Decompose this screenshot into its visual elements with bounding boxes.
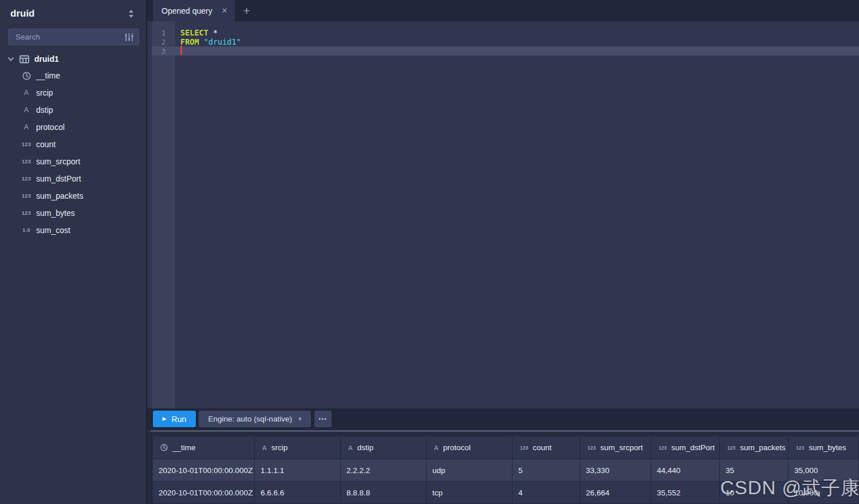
code-text xyxy=(175,46,182,56)
filter-sliders-icon xyxy=(124,33,134,42)
column-header-sum-srcport[interactable]: 123 sum_srcport xyxy=(580,436,651,459)
number-type-icon: 123 xyxy=(588,445,596,451)
sidebar-item-column-sum-cost[interactable]: 1.0 sum_cost xyxy=(0,222,146,239)
column-header-count[interactable]: 123 count xyxy=(513,436,580,459)
datasource-name: druid1 xyxy=(34,54,59,64)
column-label: count xyxy=(36,140,56,149)
sql-keyword: SELECT xyxy=(180,28,208,37)
run-toolbar: ▶ Run Engine: auto (sql-native) ▾ ••• xyxy=(147,408,859,430)
table-cell[interactable]: 6.6.6.6 xyxy=(255,482,341,504)
string-type-icon: A xyxy=(21,123,31,131)
search-input[interactable] xyxy=(8,29,139,45)
number-type-icon: 123 xyxy=(21,210,31,216)
sidebar-item-column-sum-packets[interactable]: 123 sum_packets xyxy=(0,187,146,204)
table-cell[interactable]: 5 xyxy=(513,459,580,482)
column-label: sum_srcport xyxy=(36,157,80,166)
sql-string: "druid1" xyxy=(199,37,241,46)
double-caret-vertical-icon xyxy=(127,9,135,18)
engine-label: Engine: auto (sql-native) xyxy=(208,415,292,423)
sort-order-button[interactable] xyxy=(124,7,138,21)
column-header-label: sum_srcport xyxy=(600,443,643,452)
column-label: dstip xyxy=(36,105,53,115)
editor-gutter xyxy=(152,21,175,408)
column-header-sum-bytes[interactable]: 123 sum_bytes xyxy=(789,436,859,459)
number-type-icon: 123 xyxy=(520,445,528,451)
engine-select-button[interactable]: Engine: auto (sql-native) ▾ xyxy=(199,411,311,427)
plus-icon: + xyxy=(243,4,250,18)
sidebar-item-column-sum-srcport[interactable]: 123 sum_srcport xyxy=(0,153,146,170)
editor-line-2: 2 FROM "druid1" xyxy=(152,37,859,46)
table-cell[interactable]: 2.2.2.2 xyxy=(341,459,427,482)
text-cursor xyxy=(180,46,182,54)
sidebar-item-datasource-druid1[interactable]: druid1 xyxy=(0,51,146,67)
sql-text: * xyxy=(208,28,218,37)
chevron-down-icon xyxy=(7,56,14,62)
sidebar-title: druid xyxy=(10,8,35,19)
sidebar-header: druid xyxy=(0,0,146,27)
table-cell[interactable]: 33,330 xyxy=(580,459,651,482)
column-label: sum_bytes xyxy=(36,208,75,218)
sidebar-item-column-srcip[interactable]: A srcip xyxy=(0,84,146,101)
line-number: 1 xyxy=(152,29,175,37)
column-header-label: count xyxy=(533,443,551,452)
sidebar-search xyxy=(8,29,139,45)
column-header-dstip[interactable]: A dstip xyxy=(341,436,427,459)
sidebar-item-column-protocol[interactable]: A protocol xyxy=(0,119,146,136)
sidebar-item-column-sum-bytes[interactable]: 123 sum_bytes xyxy=(0,204,146,222)
query-workbench: Opened query ✕ + 1 SELECT * 2 FROM "drui… xyxy=(147,0,859,504)
column-header-time[interactable]: __time xyxy=(153,436,255,459)
column-header-label: protocol xyxy=(443,443,471,452)
sidebar-item-column-sum-dstport[interactable]: 123 sum_dstPort xyxy=(0,170,146,187)
number-type-icon: 123 xyxy=(21,159,31,164)
column-header-protocol[interactable]: A protocol xyxy=(427,436,513,459)
run-button[interactable]: ▶ Run xyxy=(153,411,196,427)
table-cell[interactable]: 2020-10-01T00:00:00.000Z xyxy=(153,459,255,482)
number-type-icon: 123 xyxy=(659,445,667,451)
line-number: 2 xyxy=(152,38,175,46)
column-label: __time xyxy=(36,71,60,80)
query-tab-bar: Opened query ✕ + xyxy=(147,0,859,21)
filter-button[interactable] xyxy=(122,30,136,44)
column-label: sum_packets xyxy=(36,191,83,200)
more-options-button[interactable]: ••• xyxy=(314,411,332,427)
table-cell[interactable]: 1.1.1.1 xyxy=(255,459,341,482)
column-header-sum-packets[interactable]: 123 sum_packets xyxy=(720,436,789,459)
column-label: srcip xyxy=(36,88,53,97)
table-cell[interactable]: 4 xyxy=(513,482,580,504)
caret-down-icon: ▾ xyxy=(298,416,302,422)
table-icon xyxy=(19,55,29,64)
clock-icon xyxy=(21,72,31,80)
column-label: sum_cost xyxy=(36,226,70,235)
number-type-icon: 123 xyxy=(21,193,31,199)
number-type-icon: 123 xyxy=(21,141,31,147)
druid-query-console: druid xyxy=(0,0,859,504)
column-header-srcip[interactable]: A srcip xyxy=(255,436,341,459)
sidebar-item-column-time[interactable]: __time xyxy=(0,67,146,84)
tab-opened-query[interactable]: Opened query ✕ xyxy=(153,0,235,21)
tab-label: Opened query xyxy=(161,6,212,15)
column-header-sum-dstport[interactable]: 123 sum_dstPort xyxy=(651,436,720,459)
close-icon[interactable]: ✕ xyxy=(222,7,228,14)
string-type-icon: A xyxy=(21,89,31,97)
code-text: SELECT * xyxy=(175,28,218,37)
ellipsis-icon: ••• xyxy=(318,416,327,422)
sql-editor[interactable]: 1 SELECT * 2 FROM "druid1" 3 xyxy=(147,21,859,408)
sidebar-item-column-dstip[interactable]: A dstip xyxy=(0,101,146,119)
sidebar-item-column-count[interactable]: 123 count xyxy=(0,136,146,153)
number-type-icon: 123 xyxy=(21,176,31,182)
results-header-row: __time A srcip A dstip A protocol xyxy=(153,436,859,459)
table-cell[interactable]: tcp xyxy=(427,482,513,504)
column-header-label: sum_packets xyxy=(740,443,786,452)
table-cell[interactable]: udp xyxy=(427,459,513,482)
table-cell[interactable]: 35,552 xyxy=(651,482,720,504)
table-cell[interactable]: 2020-10-01T00:00:00.000Z xyxy=(153,482,255,504)
column-header-label: srcip xyxy=(271,443,288,452)
table-cell[interactable]: 26,664 xyxy=(580,482,651,504)
editor-line-1: 1 SELECT * xyxy=(152,28,859,37)
table-cell[interactable]: 44,440 xyxy=(651,459,720,482)
new-tab-button[interactable]: + xyxy=(235,0,259,21)
table-cell[interactable]: 8.8.8.8 xyxy=(341,482,427,504)
editor-line-3-current: 3 xyxy=(152,46,859,56)
column-header-label: __time xyxy=(172,443,196,452)
string-type-icon: A xyxy=(434,444,439,451)
